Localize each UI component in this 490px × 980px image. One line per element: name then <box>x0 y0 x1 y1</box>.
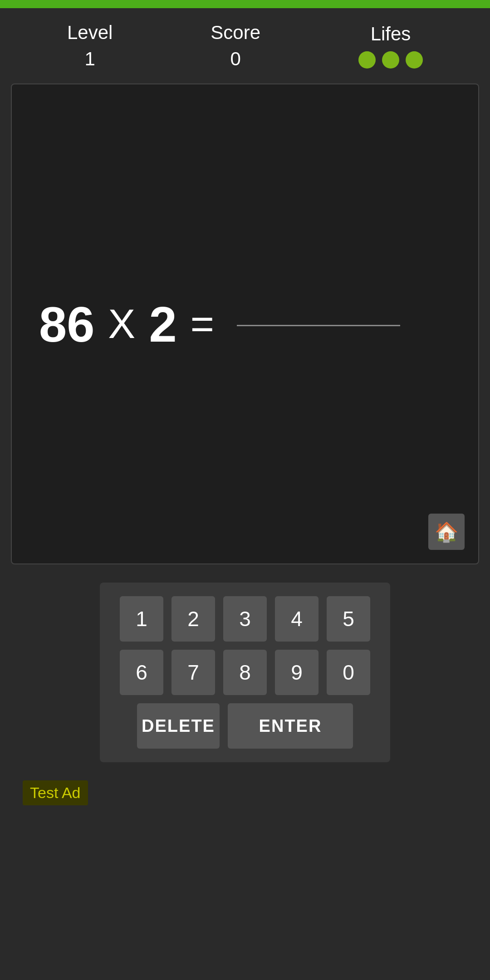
keypad-container: 1 2 3 4 5 6 7 8 9 0 DELETE ENTER <box>100 583 390 762</box>
lifes-label: Lifes <box>371 23 411 45</box>
equation-operator: X <box>108 301 135 348</box>
life-dot-2 <box>382 51 399 69</box>
keypad-row-2: 6 7 8 9 0 <box>113 650 377 695</box>
question-area: 86 X 2 = 🏠 <box>11 83 479 564</box>
key-9[interactable]: 9 <box>275 650 318 695</box>
home-button[interactable]: 🏠 <box>428 514 465 550</box>
key-3[interactable]: 3 <box>223 596 267 642</box>
equation-number2: 2 <box>149 295 176 353</box>
key-0[interactable]: 0 <box>327 650 370 695</box>
home-icon: 🏠 <box>435 521 458 543</box>
score-value: 0 <box>230 48 241 70</box>
ad-area: Test Ad <box>23 780 490 805</box>
delete-button[interactable]: DELETE <box>137 703 220 749</box>
keypad-row-1: 1 2 3 4 5 <box>113 596 377 642</box>
key-5[interactable]: 5 <box>327 596 370 642</box>
stats-header: Level 1 Score 0 Lifes <box>0 8 490 83</box>
answer-input-line <box>237 322 400 326</box>
enter-button[interactable]: ENTER <box>228 703 353 749</box>
level-group: Level 1 <box>67 22 113 70</box>
life-dot-3 <box>406 51 423 69</box>
key-2[interactable]: 2 <box>172 596 215 642</box>
equation-number1: 86 <box>39 295 94 353</box>
equation-equals: = <box>191 301 215 348</box>
lives-dots <box>358 51 423 69</box>
life-dot-1 <box>358 51 376 69</box>
ad-label: Test Ad <box>23 780 88 805</box>
key-7[interactable]: 7 <box>172 650 215 695</box>
equation: 86 X 2 = <box>39 295 400 353</box>
top-progress-bar <box>0 0 490 8</box>
level-label: Level <box>67 22 113 44</box>
score-group: Score 0 <box>211 22 260 70</box>
key-8[interactable]: 8 <box>223 650 267 695</box>
action-row: DELETE ENTER <box>113 703 377 749</box>
key-6[interactable]: 6 <box>120 650 163 695</box>
key-4[interactable]: 4 <box>275 596 318 642</box>
level-value: 1 <box>84 48 95 70</box>
key-1[interactable]: 1 <box>120 596 163 642</box>
lifes-group: Lifes <box>358 23 423 69</box>
score-label: Score <box>211 22 260 44</box>
